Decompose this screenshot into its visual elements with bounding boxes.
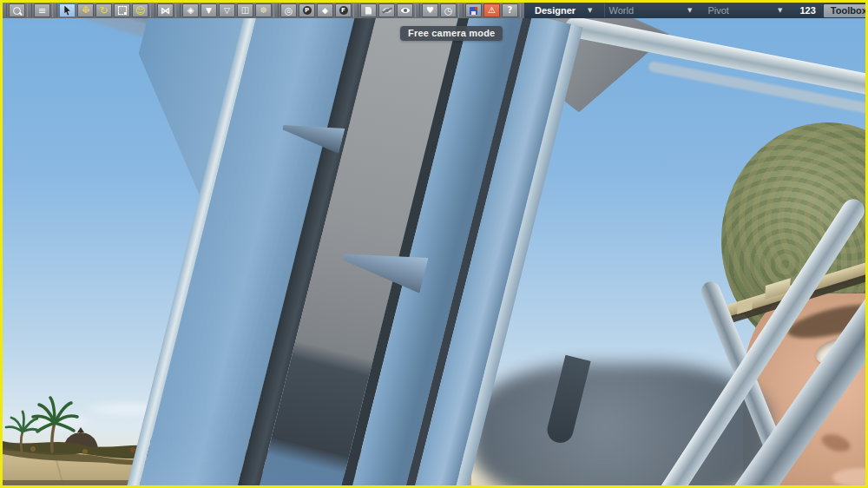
scale-tool-button[interactable] (114, 3, 130, 17)
toolbox-button[interactable]: Toolbox (823, 3, 868, 18)
stopwatch-icon: ◷ (444, 6, 453, 16)
timer-tool-button[interactable]: ◷ (440, 3, 457, 17)
gizmo-icon: ◈ (187, 6, 194, 15)
mirror-tool-button[interactable]: ⋈ (157, 3, 174, 17)
columns-icon: ◫ (241, 6, 249, 15)
toolbar-group (358, 3, 416, 17)
show-tool-button[interactable] (397, 3, 413, 17)
dropdown-world[interactable]: World ▼ (604, 3, 699, 17)
toolbar-group: ↻☺ (56, 3, 151, 17)
cursor-icon (63, 6, 71, 16)
diamond-icon: ◆ (322, 7, 328, 15)
select-tool-button[interactable] (59, 3, 76, 17)
scale-icon (118, 6, 127, 15)
main-toolbar: ≡↻☺⋈◈▼▽◫☸◎P◆F♥◷⚠? Designer ▼ World ▼ Piv… (3, 3, 865, 18)
circle-f-icon: F (339, 6, 348, 15)
hide-tool-button[interactable] (378, 3, 395, 17)
triangle-down-outline-icon: ▽ (224, 7, 230, 15)
document-tool-button[interactable] (360, 3, 377, 17)
fps-counter: 123 (799, 5, 815, 16)
save-tool-button[interactable] (465, 3, 482, 17)
rotate-tool-button[interactable]: ↻ (95, 3, 112, 17)
play-filled-tool-button[interactable]: ▼ (201, 3, 217, 17)
chevron-down-icon: ▼ (687, 7, 692, 14)
sliders-icon: ≡ (38, 6, 46, 16)
chevron-down-icon: ▼ (778, 7, 782, 14)
viewport-3d[interactable] (3, 3, 865, 485)
dropdown-label: Pivot (707, 5, 728, 16)
pivot-p-tool-button[interactable]: P (299, 3, 315, 17)
zoom-tool-button[interactable] (9, 3, 25, 17)
tooltip-text: Free camera mode (408, 28, 495, 38)
favorite-tool-button[interactable]: ♥ (422, 3, 438, 17)
heart-icon: ♥ (426, 6, 434, 15)
toolbar-right-panel: Designer ▼ World ▼ Pivot ▼ 123 Toolbox P… (524, 3, 868, 18)
toolbar-group: ⋈ (155, 3, 176, 17)
pages-tool-button[interactable]: ◫ (237, 3, 253, 17)
question-icon: ? (508, 6, 513, 15)
document-icon (365, 7, 372, 15)
mirror-icon: ⋈ (161, 6, 170, 16)
editor-window: ≡↻☺⋈◈▼▽◫☸◎P◆F♥◷⚠? Designer ▼ World ▼ Piv… (0, 0, 868, 488)
eye-icon (401, 8, 410, 13)
move-tool-button[interactable] (77, 3, 94, 17)
circle-p-icon: P (303, 6, 312, 15)
crosshair-icon: ◎ (285, 6, 293, 16)
toolbar-group (6, 3, 28, 17)
diamond-tool-button[interactable]: ◆ (317, 3, 333, 17)
physics-tool-button[interactable]: ☸ (255, 3, 272, 17)
eye-off-icon (383, 8, 391, 13)
wheel-icon: ☸ (260, 6, 267, 15)
target-tool-button[interactable]: ◎ (280, 3, 297, 17)
tooltip: Free camera mode (400, 26, 503, 41)
warning-tool-button[interactable]: ⚠ (483, 3, 500, 17)
dropdown-label: World (608, 5, 634, 16)
warning-icon: ⚠ (488, 6, 496, 15)
play-outline-tool-button[interactable]: ▽ (219, 3, 235, 17)
face-tool-button[interactable]: ☺ (132, 3, 148, 17)
toolbar-group: ≡ (31, 3, 53, 17)
pivot-f-tool-button[interactable]: F (335, 3, 352, 17)
gizmo-tool-button[interactable]: ◈ (182, 3, 199, 17)
dropdown-pivot[interactable]: Pivot ▼ (704, 3, 789, 17)
move-icon (81, 5, 91, 16)
smiley-icon: ☺ (135, 6, 145, 16)
rotate-icon: ↻ (99, 5, 108, 16)
toolbar-icon-strip: ≡↻☺⋈◈▼▽◫☸◎P◆F♥◷⚠? (3, 3, 524, 18)
chevron-down-icon: ▼ (588, 7, 592, 14)
help-tool-button[interactable]: ? (502, 3, 518, 17)
floppy-icon (470, 7, 477, 15)
toolbar-group: ◈▼▽◫☸ (180, 3, 274, 17)
toolbar-group: ⚠? (463, 3, 521, 17)
dropdown-label: Designer (535, 5, 575, 16)
toolbar-group: ♥◷ (419, 3, 459, 17)
triangle-down-icon: ▼ (206, 7, 212, 15)
dropdown-designer[interactable]: Designer ▼ (531, 3, 599, 17)
terrain-tool-button[interactable]: ≡ (34, 3, 50, 17)
magnifier-icon (13, 7, 21, 15)
toolbar-group: ◎P◆F (278, 3, 354, 17)
